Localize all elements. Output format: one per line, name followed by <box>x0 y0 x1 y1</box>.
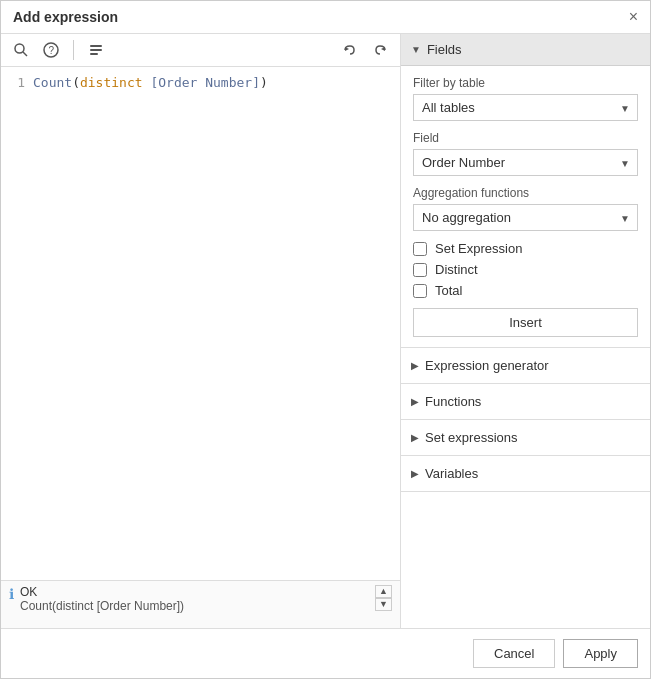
set-expressions-section: ▶ Set expressions <box>401 420 650 456</box>
search-button[interactable] <box>9 40 33 60</box>
editor-area[interactable]: 1 Count(distinct [Order Number]) <box>1 67 400 580</box>
status-expression-text: Count(distinct [Order Number]) <box>20 599 184 613</box>
scroll-down-button[interactable]: ▼ <box>375 598 392 611</box>
set-expressions-label: Set expressions <box>425 430 518 445</box>
dialog-footer: Cancel Apply <box>1 628 650 678</box>
toolbar: ? <box>1 34 400 67</box>
expression-generator-arrow-icon: ▶ <box>411 360 419 371</box>
dialog-title: Add expression <box>13 9 118 25</box>
scroll-up-button[interactable]: ▲ <box>375 585 392 598</box>
code-paren-close: ) <box>260 75 268 90</box>
variables-section: ▶ Variables <box>401 456 650 492</box>
functions-label: Functions <box>425 394 481 409</box>
code-content: Count(distinct [Order Number]) <box>33 75 268 90</box>
set-expression-checkbox[interactable] <box>413 242 427 256</box>
fields-section-header[interactable]: ▼ Fields <box>401 34 650 66</box>
distinct-row: Distinct <box>413 262 638 277</box>
redo-icon <box>372 42 388 58</box>
functions-header[interactable]: ▶ Functions <box>401 384 650 419</box>
code-paren-open: ( <box>72 75 80 90</box>
checkboxes: Set Expression Distinct Total <box>413 241 638 298</box>
code-field: [Order Number] <box>150 75 260 90</box>
variables-arrow-icon: ▶ <box>411 468 419 479</box>
distinct-label[interactable]: Distinct <box>435 262 478 277</box>
dialog-header: Add expression × <box>1 1 650 34</box>
apply-button[interactable]: Apply <box>563 639 638 668</box>
left-panel: ? <box>1 34 401 628</box>
set-expression-row: Set Expression <box>413 241 638 256</box>
svg-line-1 <box>23 52 27 56</box>
status-content: OK Count(distinct [Order Number]) <box>20 585 184 613</box>
line-number: 1 <box>9 75 25 90</box>
toolbar-separator <box>73 40 74 60</box>
filter-by-table-select[interactable]: All tables <box>413 94 638 121</box>
fields-section-arrow: ▼ <box>411 44 421 55</box>
total-checkbox[interactable] <box>413 284 427 298</box>
field-wrapper: Order Number ▼ <box>413 149 638 176</box>
fields-section-content: Filter by table All tables ▼ Field Order… <box>401 66 650 348</box>
svg-rect-5 <box>90 49 102 51</box>
filter-by-table-wrapper: All tables ▼ <box>413 94 638 121</box>
svg-point-0 <box>15 44 24 53</box>
svg-marker-7 <box>345 47 349 51</box>
svg-marker-8 <box>381 47 385 51</box>
dialog-body: ? <box>1 34 650 628</box>
description-icon <box>88 42 104 58</box>
total-label[interactable]: Total <box>435 283 462 298</box>
set-expressions-header[interactable]: ▶ Set expressions <box>401 420 650 455</box>
insert-button[interactable]: Insert <box>413 308 638 337</box>
undo-icon <box>342 42 358 58</box>
status-ok-text: OK <box>20 585 184 599</box>
functions-arrow-icon: ▶ <box>411 396 419 407</box>
distinct-checkbox[interactable] <box>413 263 427 277</box>
field-label: Field <box>413 131 638 145</box>
redo-button[interactable] <box>368 40 392 60</box>
editor-line-1: 1 Count(distinct [Order Number]) <box>9 75 392 90</box>
search-icon <box>13 42 29 58</box>
close-button[interactable]: × <box>629 9 638 25</box>
field-select[interactable]: Order Number <box>413 149 638 176</box>
aggregation-wrapper: No aggregation ▼ <box>413 204 638 231</box>
code-func: Count <box>33 75 72 90</box>
fields-section-title: Fields <box>427 42 462 57</box>
functions-section: ▶ Functions <box>401 384 650 420</box>
aggregation-select[interactable]: No aggregation <box>413 204 638 231</box>
description-button[interactable] <box>84 40 108 60</box>
total-row: Total <box>413 283 638 298</box>
set-expressions-arrow-icon: ▶ <box>411 432 419 443</box>
set-expression-label[interactable]: Set Expression <box>435 241 522 256</box>
info-icon: ℹ <box>9 586 14 602</box>
expression-generator-section: ▶ Expression generator <box>401 348 650 384</box>
filter-by-table-label: Filter by table <box>413 76 638 90</box>
code-keyword: distinct <box>80 75 150 90</box>
help-icon: ? <box>43 42 59 58</box>
cancel-button[interactable]: Cancel <box>473 639 555 668</box>
expression-generator-label: Expression generator <box>425 358 549 373</box>
scroll-buttons: ▲ ▼ <box>375 585 392 611</box>
status-bar: ℹ OK Count(distinct [Order Number]) ▲ ▼ <box>1 580 400 628</box>
help-button[interactable]: ? <box>39 40 63 60</box>
undo-button[interactable] <box>338 40 362 60</box>
aggregation-label: Aggregation functions <box>413 186 638 200</box>
svg-rect-4 <box>90 45 102 47</box>
variables-label: Variables <box>425 466 478 481</box>
variables-header[interactable]: ▶ Variables <box>401 456 650 491</box>
svg-text:?: ? <box>49 45 55 56</box>
expression-generator-header[interactable]: ▶ Expression generator <box>401 348 650 383</box>
right-panel: ▼ Fields Filter by table All tables ▼ Fi… <box>401 34 650 628</box>
svg-rect-6 <box>90 53 98 55</box>
add-expression-dialog: Add expression × ? <box>0 0 651 679</box>
